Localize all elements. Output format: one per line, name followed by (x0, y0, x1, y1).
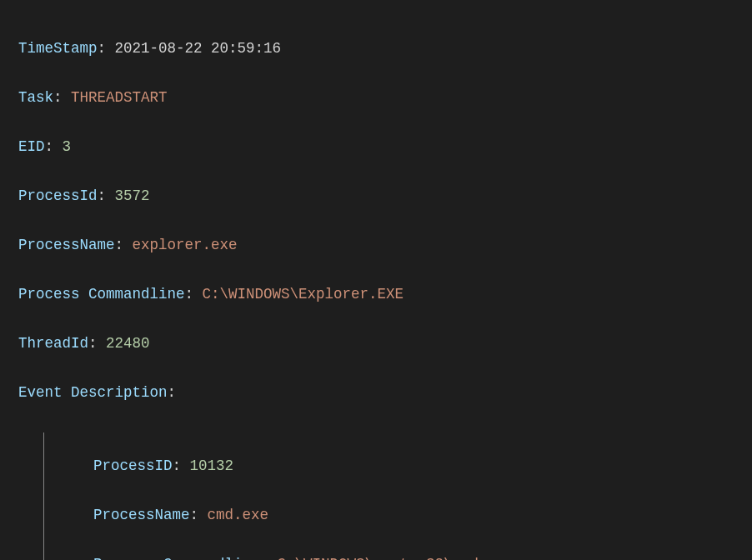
key-processid: ProcessId (18, 188, 98, 204)
line-timestamp: TimeStamp: 2021-08-22 20:59:16 (18, 37, 737, 62)
log-output: TimeStamp: 2021-08-22 20:59:16 Task: THR… (0, 0, 752, 560)
val-processname: explorer.exe (133, 237, 238, 253)
val-n-processid: 10132 (190, 458, 234, 474)
line-cmdline: Process Commandline: C:\WINDOWS\Explorer… (18, 282, 737, 308)
key-n-cmdline: Process Commandline (93, 556, 260, 560)
key-eid: EID (18, 138, 45, 155)
line-processid: ProcessId: 3572 (18, 184, 737, 209)
line-threadid: ThreadId: 22480 (18, 332, 737, 357)
val-threadid: 22480 (106, 335, 150, 352)
key-threadid: ThreadId (18, 335, 88, 352)
val-task: THREADSTART (71, 89, 168, 106)
key-timestamp: TimeStamp (18, 40, 98, 57)
line-eventdesc: Event Description: (18, 381, 737, 406)
key-cmdline: Process Commandline (18, 286, 185, 302)
key-processname: ProcessName (18, 237, 115, 253)
val-eid: 3 (63, 138, 72, 155)
val-n-processname: cmd.exe (208, 507, 269, 523)
val-n-cmdline: C:\WINDOWS\system32\cmd.exe (278, 556, 514, 560)
key-task: Task (18, 89, 53, 106)
key-n-processname: ProcessName (93, 507, 190, 523)
val-processid: 3572 (115, 188, 150, 204)
line-n-cmdline: Process Commandline: C:\WINDOWS\system32… (93, 552, 737, 560)
line-n-processid: ProcessID: 10132 (93, 454, 737, 479)
key-n-processid: ProcessID (93, 458, 173, 474)
val-timestamp: 2021-08-22 20:59:16 (115, 40, 282, 57)
key-eventdesc: Event Description (18, 384, 168, 401)
line-processname: ProcessName: explorer.exe (18, 233, 737, 258)
line-n-processname: ProcessName: cmd.exe (93, 503, 737, 528)
line-task: Task: THREADSTART (18, 86, 737, 111)
line-eid: EID: 3 (18, 135, 737, 160)
val-cmdline: C:\WINDOWS\Explorer.EXE (203, 286, 404, 302)
event-description-block: ProcessID: 10132 ProcessName: cmd.exe Pr… (18, 430, 737, 561)
